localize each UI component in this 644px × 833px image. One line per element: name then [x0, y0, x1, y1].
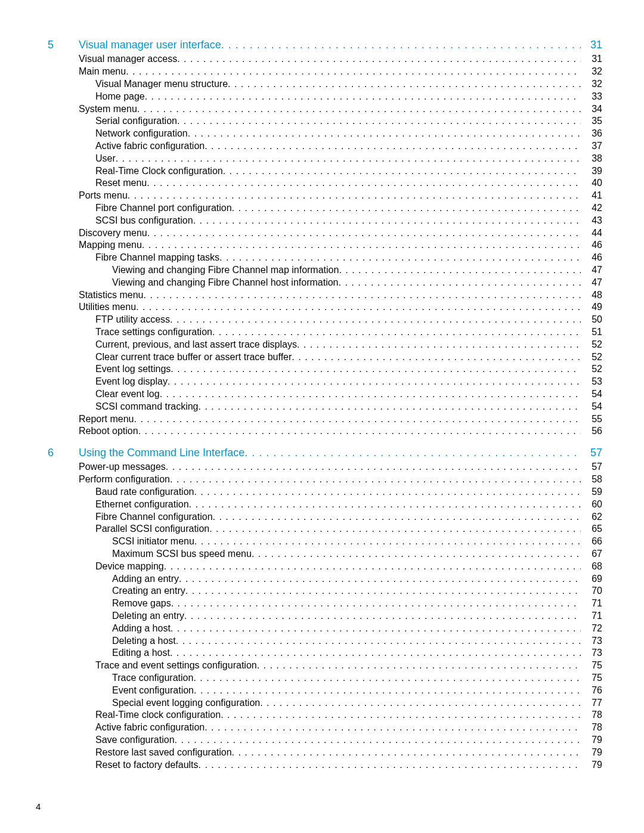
toc-entry-row[interactable]: Event log settings52 — [36, 363, 602, 376]
toc-entry-page: 66 — [581, 535, 602, 548]
toc-entry-title: Reset to factory defaults — [57, 759, 199, 772]
toc-entry-row[interactable]: Report menu55 — [36, 413, 602, 426]
toc-entry-title: Active fabric configuration — [57, 721, 205, 734]
toc-entry-row[interactable]: Home page33 — [36, 91, 602, 103]
toc-entry-row[interactable]: Visual manager access31 — [36, 53, 602, 66]
toc-leader-dots — [126, 66, 581, 78]
toc-entry-row[interactable]: Event log display53 — [36, 376, 602, 388]
toc-entry-row[interactable]: Clear current trace buffer or assert tra… — [36, 351, 602, 364]
toc-entry-row[interactable]: Fibre Channel mapping tasks46 — [36, 252, 602, 264]
toc-entry-row[interactable]: SCSI bus configuration43 — [36, 215, 602, 227]
toc-leader-dots — [194, 685, 581, 697]
toc-entry-row[interactable]: Visual Manager menu structure32 — [36, 78, 602, 91]
toc-entry-row[interactable]: Viewing and changing Fibre Channel map i… — [36, 264, 602, 277]
toc-entry-row[interactable]: FTP utility access50 — [36, 314, 602, 326]
toc-entry-row[interactable]: Serial configuration35 — [36, 115, 602, 128]
toc-entry-row[interactable]: Save configuration79 — [36, 734, 602, 747]
toc-entry-page: 77 — [581, 697, 602, 710]
toc-chapter-row[interactable]: 6Using the Command Line Interface57 — [36, 446, 602, 460]
toc-entry-row[interactable]: Discovery menu44 — [36, 227, 602, 240]
toc-entry-title: Active fabric configuration — [57, 140, 205, 153]
toc-entry-page: 51 — [581, 326, 602, 339]
toc-leader-dots — [168, 376, 581, 388]
toc-entry-row[interactable]: SCSI initiator menu66 — [36, 535, 602, 548]
toc-entry-row[interactable]: User38 — [36, 153, 602, 165]
toc-leader-dots — [221, 709, 581, 721]
toc-entry-row[interactable]: System menu34 — [36, 103, 602, 116]
toc-entry-row[interactable]: Utilities menu49 — [36, 301, 602, 314]
toc-entry-row[interactable]: Current, previous, and last assert trace… — [36, 339, 602, 351]
toc-entry-page: 37 — [581, 140, 602, 153]
toc-leader-dots — [147, 227, 581, 240]
toc-leader-dots — [136, 301, 581, 314]
toc-leader-dots — [166, 461, 581, 473]
toc-entry-row[interactable]: Trace and event settings configuration75 — [36, 659, 602, 672]
toc-entry-page: 38 — [581, 153, 602, 165]
toc-entry-row[interactable]: Viewing and changing Fibre Channel host … — [36, 277, 602, 289]
toc-entry-row[interactable]: Parallel SCSI configuration65 — [36, 523, 602, 535]
toc-entry-row[interactable]: Active fabric configuration78 — [36, 721, 602, 734]
toc-entry-row[interactable]: Trace configuration75 — [36, 672, 602, 685]
toc-entry-row[interactable]: Clear event log54 — [36, 388, 602, 401]
toc-entry-page: 33 — [581, 91, 602, 103]
toc-entry-title: Viewing and changing Fibre Channel host … — [57, 277, 339, 289]
toc-entry-page: 32 — [581, 78, 602, 91]
toc-leader-dots — [164, 561, 581, 573]
toc-leader-dots — [232, 747, 581, 759]
toc-entry-row[interactable]: Fibre Channel port configuration42 — [36, 202, 602, 215]
toc-entry-row[interactable]: Main menu32 — [36, 66, 602, 78]
toc-entry-row[interactable]: Trace settings configuration51 — [36, 326, 602, 339]
toc-entry-row[interactable]: Network configuration36 — [36, 128, 602, 140]
toc-leader-dots — [221, 38, 581, 52]
toc-entry-page: 67 — [581, 548, 602, 561]
toc-entry-row[interactable]: Event configuration76 — [36, 685, 602, 697]
toc-entry-title: Creating an entry — [57, 585, 185, 597]
toc-entry-title: Save configuration — [57, 734, 175, 747]
toc-entry-row[interactable]: Real-Time Clock configuration39 — [36, 165, 602, 178]
toc-entry-title: Ports menu — [57, 190, 128, 202]
toc-entry-row[interactable]: Baud rate configuration59 — [36, 486, 602, 498]
toc-chapter-number: 6 — [36, 446, 57, 460]
toc-entry-row[interactable]: Ethernet configuration60 — [36, 498, 602, 511]
toc-entry-row[interactable]: SCSI command tracking54 — [36, 401, 602, 413]
toc-entry-row[interactable]: Ports menu41 — [36, 190, 602, 202]
toc-entry-title: Adding a host — [57, 623, 171, 635]
toc-entry-row[interactable]: Device mapping68 — [36, 561, 602, 573]
toc-entry-row[interactable]: Reboot option56 — [36, 425, 602, 438]
toc-entry-title: Mapping menu — [57, 239, 142, 252]
toc-leader-dots — [232, 202, 581, 215]
toc-entry-row[interactable]: Deleting a host73 — [36, 635, 602, 648]
toc-entry-row[interactable]: Deleting an entry71 — [36, 610, 602, 623]
toc-chapter-row[interactable]: 5Visual manager user interface31 — [36, 38, 602, 52]
toc-entry-row[interactable]: Creating an entry70 — [36, 585, 602, 597]
toc-entry-page: 42 — [581, 202, 602, 215]
toc-entry-title: Deleting an entry — [57, 610, 184, 623]
toc-entry-row[interactable]: Active fabric configuration37 — [36, 140, 602, 153]
toc-entry-row[interactable]: Special event logging configuration77 — [36, 697, 602, 710]
toc-entry-title: Clear current trace buffer or assert tra… — [57, 351, 292, 364]
toc-entry-row[interactable]: Fibre Channel configuration62 — [36, 511, 602, 524]
toc-entry-title: Report menu — [57, 413, 134, 426]
toc-leader-dots — [205, 140, 581, 153]
toc-entry-row[interactable]: Adding an entry69 — [36, 573, 602, 586]
toc-entry-row[interactable]: Reset to factory defaults79 — [36, 759, 602, 772]
toc-entry-row[interactable]: Mapping menu46 — [36, 239, 602, 252]
toc-entry-row[interactable]: Statistics menu48 — [36, 289, 602, 302]
toc-entry-row[interactable]: Reset menu40 — [36, 177, 602, 190]
toc-entry-page: 73 — [581, 635, 602, 648]
toc-chapter-number: 5 — [36, 38, 57, 52]
toc-entry-page: 78 — [581, 709, 602, 721]
toc-entry-row[interactable]: Maximum SCSI bus speed menu67 — [36, 548, 602, 561]
toc-entry-title: Ethernet configuration — [57, 498, 189, 511]
toc-entry-row[interactable]: Remove gaps71 — [36, 597, 602, 610]
toc-entry-row[interactable]: Power-up messages57 — [36, 461, 602, 473]
toc-entry-row[interactable]: Restore last saved configuration79 — [36, 747, 602, 759]
toc-entry-row[interactable]: Real-Time clock configuration78 — [36, 709, 602, 721]
toc-entry-title: Remove gaps — [57, 597, 171, 610]
toc-entry-row[interactable]: Adding a host72 — [36, 623, 602, 635]
toc-leader-dots — [244, 446, 581, 460]
toc-entry-row[interactable]: Perform configuration58 — [36, 473, 602, 486]
toc-entry-row[interactable]: Editing a host73 — [36, 647, 602, 659]
toc-entry-title: Current, previous, and last assert trace… — [57, 339, 297, 351]
toc-entry-page: 71 — [581, 597, 602, 610]
